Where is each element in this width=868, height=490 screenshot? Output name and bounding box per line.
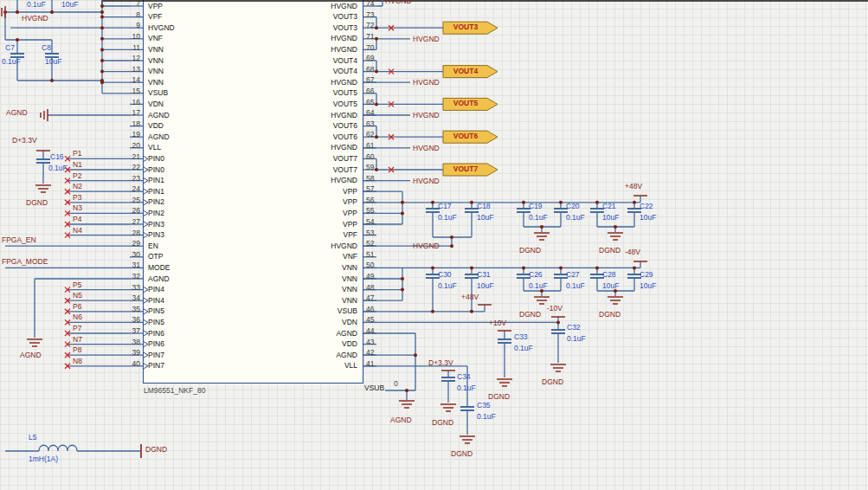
cap-ref-c34[interactable]: C34 — [457, 372, 471, 381]
schematic-canvas[interactable]: VPPVPFHVGNDVNFVNNVNNVNNVNNVSUBVDNAGNDVDD… — [0, 0, 868, 490]
pin-number[interactable]: 13 — [119, 64, 140, 75]
pin-name[interactable]: VNN — [148, 77, 217, 88]
pin-number[interactable]: 40 — [119, 358, 140, 370]
pin-name[interactable]: PIN4 — [148, 284, 217, 295]
pin-name[interactable]: VPF — [286, 229, 357, 241]
net-label[interactable]: N1 — [73, 159, 82, 171]
net-label-hvgnd[interactable]: HVGND — [22, 14, 48, 23]
cap-ref-c33[interactable]: C33 — [514, 332, 528, 341]
pin-number[interactable]: 15 — [119, 86, 140, 97]
pin-name[interactable]: VDD — [286, 338, 357, 350]
cap-ref-c30[interactable]: C30 — [438, 270, 452, 279]
cap-val-c29[interactable]: 10uF — [640, 281, 656, 290]
cap-ref-c7[interactable]: C7 — [5, 43, 15, 52]
pin-number[interactable]: 18 — [119, 119, 140, 130]
pin-number[interactable]: 55 — [366, 205, 387, 216]
pin-name[interactable]: EN — [148, 241, 217, 252]
pin-name[interactable]: PIN1 — [148, 186, 217, 197]
cap-val-c27[interactable]: 0.1uF — [566, 281, 585, 290]
pin-name[interactable]: VOUT7 — [286, 164, 357, 176]
pin-number[interactable]: 63 — [366, 119, 387, 130]
net-label-dgnd[interactable]: DGND — [519, 310, 541, 319]
cap-ref-c28[interactable]: C28 — [602, 270, 616, 279]
pin-name[interactable]: HVGND — [286, 77, 357, 88]
pin-name[interactable]: VNF — [148, 33, 217, 44]
pin-name[interactable]: VOUT6 — [286, 120, 357, 132]
cap-ref-c19[interactable]: C19 — [529, 202, 543, 210]
port-label-vout3[interactable]: VOUT3 — [443, 23, 488, 31]
power-port-plus48v-vsub[interactable]: +48V — [461, 293, 479, 301]
pin-name[interactable]: VLL — [286, 360, 357, 371]
power-port-plus10v[interactable]: +10V — [489, 319, 506, 327]
pin-name[interactable]: VOUT4 — [286, 55, 357, 67]
pin-number[interactable]: 59 — [366, 162, 387, 173]
pin-number[interactable]: 19 — [119, 129, 140, 140]
net-label-agnd[interactable]: AGND — [6, 108, 28, 117]
net-label[interactable]: N7 — [73, 334, 82, 345]
net-label-dgnd[interactable]: DGND — [519, 246, 541, 255]
pin-number[interactable]: 60 — [366, 152, 387, 163]
pin-number[interactable]: 32 — [119, 271, 140, 282]
port-label-vout5[interactable]: VOUT5 — [443, 99, 488, 107]
pin-number[interactable]: 66 — [366, 86, 387, 97]
net-label[interactable]: N5 — [73, 290, 82, 301]
pin-number[interactable]: 35 — [119, 304, 140, 315]
cap-ref-c26[interactable]: C26 — [529, 270, 543, 279]
net-label[interactable]: P6 — [73, 301, 82, 313]
pin-number[interactable]: 53 — [366, 228, 387, 239]
pin-name[interactable]: PIN2 — [148, 197, 217, 208]
cap-val-c22[interactable]: 10uF — [640, 213, 656, 222]
net-label-hvgnd[interactable]: HVGND — [413, 242, 440, 250]
pin-name[interactable]: VDD — [148, 120, 217, 132]
net-label[interactable]: N3 — [73, 203, 82, 214]
pin-name[interactable]: HVGND — [286, 142, 357, 153]
pin-number[interactable]: 42 — [366, 347, 387, 358]
pin-number[interactable]: 9 — [119, 20, 140, 31]
pin-name[interactable]: PIN5 — [148, 317, 217, 328]
port-label-vout4[interactable]: VOUT4 — [443, 67, 488, 75]
cap-val-c16[interactable]: 0.1uF — [48, 164, 68, 172]
cap-ref-c17[interactable]: C17 — [438, 202, 452, 210]
net-label-dgnd[interactable]: DGND — [451, 449, 473, 458]
pin-name[interactable]: VSUB — [286, 306, 357, 317]
pin-number[interactable]: 44 — [366, 326, 387, 337]
net-label[interactable]: N8 — [73, 356, 82, 367]
pin-name[interactable]: VNN — [286, 274, 357, 285]
pin-number[interactable]: 43 — [366, 337, 387, 348]
pin-number[interactable]: 62 — [366, 129, 387, 140]
pin-name[interactable]: HVGND — [286, 110, 357, 121]
power-port-minus10v[interactable]: -10V — [547, 304, 563, 313]
pin-name[interactable]: PIN6 — [148, 338, 217, 350]
pin-name[interactable]: VNN — [148, 55, 217, 67]
pin-number[interactable]: 29 — [119, 238, 140, 249]
pin-name[interactable]: VOUT7 — [286, 153, 357, 164]
pin-name[interactable]: PIN3 — [148, 219, 217, 230]
pin-number[interactable]: 34 — [119, 293, 140, 304]
cap-val-c7[interactable]: 0.1uF — [2, 57, 21, 66]
net-label-fpga-mode[interactable]: FPGA_MODE — [2, 257, 48, 266]
cap-val-c20[interactable]: 0.1uF — [566, 213, 585, 222]
pin-number[interactable]: 61 — [366, 140, 387, 152]
cap-val-c34[interactable]: 0.1uF — [457, 384, 476, 392]
pin-number[interactable]: 24 — [119, 184, 140, 195]
pin-number[interactable]: 38 — [119, 337, 140, 348]
power-port-minus48v[interactable]: -48V — [625, 248, 640, 256]
pin-name[interactable]: AGND — [148, 274, 217, 285]
net-label-dgnd[interactable]: DGND — [145, 445, 167, 454]
pin-name[interactable]: HVGND — [148, 23, 217, 34]
pin-name[interactable]: HVGND — [286, 1, 357, 12]
cap-ref-c21[interactable]: C21 — [602, 202, 616, 210]
pin-name[interactable]: PIN7 — [148, 350, 217, 361]
pin-name[interactable]: HVGND — [286, 241, 357, 252]
cap-val-c26[interactable]: 0.1uF — [529, 281, 548, 290]
pin-number[interactable]: 64 — [366, 107, 387, 119]
pin-name[interactable]: PIN1 — [148, 175, 217, 186]
pin-number[interactable]: 39 — [119, 347, 140, 358]
cap-val-c21[interactable]: 10uF — [602, 213, 619, 222]
pin-number[interactable]: 30 — [119, 249, 140, 261]
pin-name[interactable]: VPP — [148, 1, 217, 12]
cap-val-c32[interactable]: 0.1uF — [567, 334, 586, 343]
net-label-hvgnd[interactable]: HVGND — [413, 111, 440, 119]
pin-number[interactable]: 69 — [366, 53, 387, 64]
pin-name[interactable]: VLL — [148, 142, 217, 153]
